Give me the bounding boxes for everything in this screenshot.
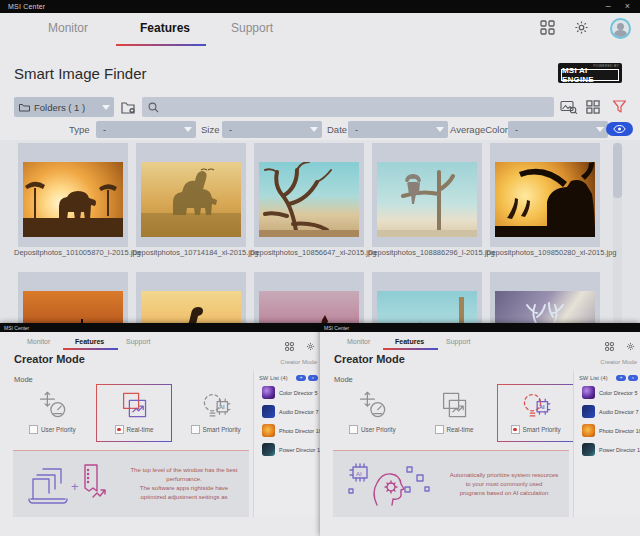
- settings-gear-icon[interactable]: [574, 20, 589, 39]
- photo-filename: Depositphotos_109850280_xl-2015.jpg: [486, 248, 604, 257]
- filter-date-dropdown[interactable]: -: [348, 121, 448, 138]
- search-input[interactable]: [142, 97, 554, 117]
- tab-support[interactable]: Support: [231, 21, 273, 35]
- filter-date-value: -: [355, 125, 358, 135]
- mode-checkbox-selected[interactable]: [511, 425, 520, 434]
- ai-chip-text: AI: [539, 404, 545, 410]
- page-title: Smart Image Finder: [14, 65, 147, 82]
- avatar-body-icon: [614, 30, 627, 39]
- mode-checkbox[interactable]: [29, 425, 38, 434]
- scrollbar-thumb[interactable]: [613, 143, 622, 198]
- chevron-down-icon: [436, 127, 444, 132]
- tab-support[interactable]: Support: [126, 338, 151, 345]
- scrollbar[interactable]: [613, 143, 622, 323]
- filter-funnel-icon[interactable]: [612, 99, 627, 118]
- creator-mode-window-left: MSI Center Monitor Features Support Crea…: [0, 323, 320, 536]
- folders-dropdown[interactable]: Folders ( 1 ): [14, 97, 114, 117]
- mode-smart-priority[interactable]: AI Smart Priority: [177, 384, 254, 442]
- tab-monitor[interactable]: Monitor: [27, 338, 50, 345]
- filter-type-dropdown[interactable]: -: [96, 121, 196, 138]
- search-software-button[interactable]: ⌕: [308, 375, 318, 381]
- mode-smart-priority-selected[interactable]: AI Smart Priority: [497, 384, 574, 442]
- svg-text:+: +: [71, 479, 79, 494]
- photo-thumbnail[interactable]: [490, 143, 600, 247]
- sw-list-item[interactable]: Power Director 17: [574, 440, 640, 459]
- settings-gear-icon[interactable]: [626, 337, 635, 355]
- tab-support[interactable]: Support: [446, 338, 471, 345]
- sw-list-item[interactable]: Color Director 5: [574, 383, 640, 402]
- filter-size-label: Size: [201, 124, 219, 135]
- photo-thumbnail[interactable]: [136, 143, 246, 247]
- filter-size-dropdown[interactable]: -: [222, 121, 322, 138]
- search-software-button[interactable]: ⌕: [628, 375, 638, 381]
- mode-real-time[interactable]: Real-time: [416, 384, 493, 442]
- color-director-icon: [262, 386, 275, 399]
- sw-list-item[interactable]: Audio Director 7: [574, 402, 640, 421]
- preview-eye-toggle[interactable]: [606, 122, 633, 136]
- mode-checkbox-selected[interactable]: [115, 425, 124, 434]
- creator-mode-link[interactable]: Creator Mode: [600, 359, 637, 365]
- mode-option-label: Smart Priority: [523, 426, 561, 433]
- photo-thumbnail[interactable]: [372, 143, 482, 247]
- add-folder-icon[interactable]: [121, 100, 136, 118]
- sw-list-item[interactable]: Audio Director 7: [254, 402, 320, 421]
- creator-mode-link[interactable]: Creator Mode: [280, 359, 317, 365]
- photo-gnarled-tree: [259, 162, 359, 237]
- settings-gear-icon[interactable]: [306, 337, 315, 355]
- titlebar[interactable]: MSI Center: [0, 323, 320, 332]
- mode-checkbox[interactable]: [349, 425, 358, 434]
- photo-filename: Depositphotos_108886296_l-2015.jpg: [368, 248, 486, 257]
- apps-grid-icon[interactable]: [540, 20, 555, 39]
- mode-options: User Priority Real-time AI Smart Priorit…: [334, 384, 574, 442]
- close-button[interactable]: ×: [625, 2, 630, 11]
- minimize-button[interactable]: –: [606, 2, 611, 11]
- photo-filename: Depositphotos_10714184_xl-2015.jpg: [132, 248, 250, 257]
- photo-thumbnail[interactable]: [254, 143, 364, 247]
- add-software-button[interactable]: +: [296, 375, 306, 381]
- window-title: MSI Center: [8, 3, 45, 10]
- description-line-2: programs based on AI calculation: [447, 489, 561, 498]
- tab-monitor[interactable]: Monitor: [347, 338, 370, 345]
- mode-checkbox[interactable]: [191, 425, 200, 434]
- sw-list-header: SW List (4): [259, 375, 288, 381]
- tab-features[interactable]: Features: [395, 338, 424, 345]
- photo-longhorn-sunset: [495, 162, 595, 237]
- mode-option-label: Smart Priority: [203, 426, 241, 433]
- active-tab-underline: [383, 348, 438, 350]
- mode-user-priority[interactable]: User Priority: [14, 384, 91, 442]
- add-software-button[interactable]: +: [616, 375, 626, 381]
- tab-features[interactable]: Features: [140, 21, 190, 35]
- real-time-icon: [439, 390, 469, 420]
- ai-head-illustration: AI: [347, 459, 439, 509]
- mode-user-priority[interactable]: User Priority: [334, 384, 411, 442]
- active-tab-underline: [63, 348, 118, 350]
- tab-monitor[interactable]: Monitor: [48, 21, 88, 35]
- mode-real-time-selected[interactable]: Real-time: [96, 384, 173, 442]
- apps-grid-icon[interactable]: [605, 337, 614, 355]
- photo-thumbnail[interactable]: [18, 143, 128, 247]
- sw-list-item[interactable]: Power Director 17: [254, 440, 320, 459]
- mode-option-label: User Priority: [361, 426, 396, 433]
- chevron-down-icon: [310, 127, 318, 132]
- filter-date-label: Date: [327, 124, 347, 135]
- user-priority-icon: [37, 390, 67, 420]
- sw-list-item[interactable]: Photo Director 10: [574, 421, 640, 440]
- main-nav: Monitor Features Support: [0, 13, 640, 49]
- mode-option-label: Real-time: [447, 426, 474, 433]
- sw-list-item[interactable]: Photo Director 10: [254, 421, 320, 440]
- apps-grid-icon[interactable]: [285, 337, 294, 355]
- titlebar[interactable]: MSI Center – ×: [0, 0, 640, 13]
- grid-view-icon[interactable]: [586, 100, 600, 118]
- titlebar[interactable]: MSI Center: [320, 323, 640, 332]
- sw-list-item[interactable]: Color Director 5: [254, 383, 320, 402]
- photo-filename: Depositphotos_101005870_l-2015.jpg: [14, 248, 132, 257]
- sw-list-header: SW List (4): [579, 375, 608, 381]
- description-line-2: The software apps rightside have optimiz…: [127, 484, 241, 502]
- photo-director-icon: [262, 424, 275, 437]
- software-list-panel: SW List (4) + ⌕ Color Director 5 Audio D…: [253, 371, 320, 517]
- tab-features[interactable]: Features: [75, 338, 104, 345]
- mode-checkbox[interactable]: [435, 425, 444, 434]
- user-avatar[interactable]: [610, 18, 631, 39]
- image-search-icon[interactable]: [560, 100, 578, 118]
- filter-color-dropdown[interactable]: -: [508, 121, 608, 138]
